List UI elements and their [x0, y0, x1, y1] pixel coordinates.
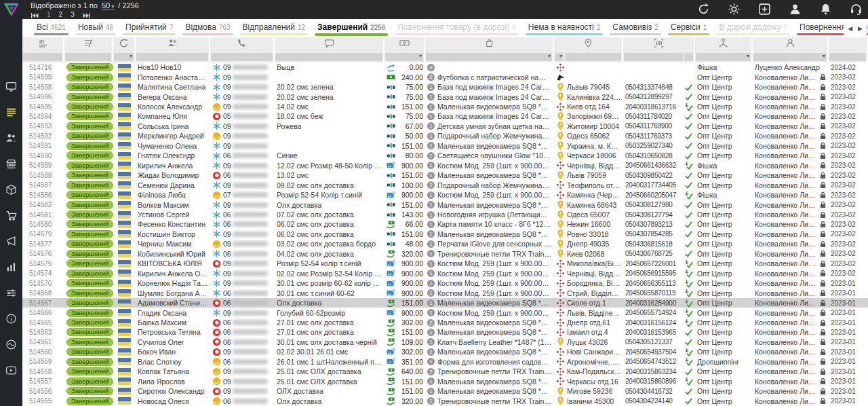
- cell-product[interactable]: 1Костюм Мод. 259 (1шт. x 900.00…: [425, 288, 554, 297]
- cell-payment[interactable]: 67.00: [384, 122, 425, 131]
- cell-name[interactable]: Фесенко Константин: [136, 219, 210, 229]
- cell-manager[interactable]: Опт Центр: [695, 131, 753, 141]
- cell-source[interactable]: [113, 337, 136, 347]
- cell-comment[interactable]: 20.02 смс зелена: [275, 92, 384, 101]
- cell-manager[interactable]: Опт Центр: [695, 278, 753, 288]
- cell-date[interactable]: 2023-01: [829, 347, 868, 356]
- cell-manager[interactable]: Опт Центр: [695, 229, 753, 239]
- cell-tracking[interactable]: 20450654937504: [623, 347, 695, 356]
- column-header-tracking[interactable]: [623, 37, 695, 52]
- cell-date[interactable]: 2023-02: [829, 259, 868, 268]
- order-row-514598[interactable]: 514598ЗавершенийМалютина Светлана0920.02…: [22, 82, 868, 92]
- cell-product[interactable]: 1Тренировочные петли TRX Train…: [425, 249, 554, 259]
- order-row-514567[interactable]: 514567ЗавершенийАдамовский Станис…06Олх …: [22, 298, 868, 308]
- cell-status[interactable]: Завершений: [64, 161, 113, 170]
- cell-client[interactable]: Коноваленко Ли…: [753, 327, 829, 337]
- cell-phone[interactable]: 09: [210, 367, 275, 376]
- cell-name[interactable]: Корнелюк Надія Та…: [136, 278, 210, 288]
- cell-id[interactable]: 514561: [22, 337, 64, 347]
- cell-comment[interactable]: 30.01 смс олх доставка черній: [275, 337, 384, 347]
- cell-client[interactable]: Коноваленко Ли…: [753, 131, 829, 141]
- cell-phone[interactable]: 09: [210, 259, 275, 268]
- cell-product[interactable]: 1Маленькая видеокамера SQ8 *…: [425, 229, 554, 239]
- cell-client[interactable]: Коноваленко Ли…: [753, 111, 829, 121]
- cell-payment[interactable]: 900.00: [384, 269, 425, 278]
- cell-name[interactable]: Лила Ярослав: [136, 377, 210, 386]
- cell-id[interactable]: 514558: [22, 367, 64, 376]
- cell-city[interactable]: Чернівці, Відділ…: [554, 269, 623, 278]
- tabs-scroll-right-icon[interactable]: ▶: [858, 25, 863, 32]
- cell-tracking[interactable]: 0504309850422: [623, 170, 695, 180]
- cell-manager[interactable]: Фішка: [695, 62, 753, 72]
- cell-status[interactable]: Завершений: [64, 308, 113, 317]
- cell-phone[interactable]: 06: [210, 298, 275, 308]
- cell-source[interactable]: [113, 122, 136, 131]
- cell-phone[interactable]: 06: [210, 357, 275, 367]
- cell-tracking[interactable]: 20450654743512: [623, 357, 695, 367]
- cell-product[interactable]: 2Маленькая видеокамера SQ8 *…: [425, 318, 554, 327]
- cell-status[interactable]: Завершений: [64, 122, 113, 131]
- cell-date[interactable]: 2023-02: [829, 219, 868, 229]
- cell-date[interactable]: 2023-02: [829, 111, 868, 121]
- order-row-514563[interactable]: 514563ЗавершенийПетровська Тетяна0627.01…: [22, 327, 868, 337]
- cell-source[interactable]: [113, 72, 136, 81]
- cell-tracking[interactable]: 20400318613716: [623, 102, 695, 111]
- cell-source[interactable]: [113, 357, 136, 367]
- cell-tracking[interactable]: 0504313374848: [623, 82, 695, 92]
- cell-city[interactable]: Украина, м. Кар…: [554, 141, 623, 151]
- cell-city[interactable]: Одеса 65007: [554, 210, 623, 219]
- cell-source[interactable]: [113, 180, 136, 189]
- cell-product[interactable]: 1Маленькая видеокамера SQ8 *…: [425, 386, 554, 396]
- cell-manager[interactable]: Опт Центр: [695, 367, 753, 376]
- cell-comment[interactable]: 25.01 смс ОЛХ доставка: [275, 377, 384, 386]
- order-row-514565[interactable]: 514565ЗавершенийБаюка Максим0627.01 смс …: [22, 318, 868, 327]
- order-row-514581[interactable]: 514581ЗавершенийУстинов Сергей0607.02 см…: [22, 210, 868, 219]
- cell-source[interactable]: [113, 318, 136, 327]
- app-logo[interactable]: [3, 1, 20, 18]
- filter-manager[interactable]: ▾: [696, 53, 751, 61]
- filter-payment[interactable]: ▾: [385, 53, 423, 61]
- cell-comment[interactable]: 26.01 смс 1 штНаложенный п…: [275, 357, 384, 367]
- cell-payment[interactable]: 900.00: [384, 259, 425, 268]
- cell-payment[interactable]: 151.00: [384, 298, 425, 308]
- cell-id[interactable]: 514581: [22, 210, 64, 219]
- cell-client[interactable]: Коноваленко Ли…: [753, 122, 829, 131]
- cell-date[interactable]: 2023-02: [829, 82, 868, 92]
- cell-client[interactable]: Коноваленко Ли…: [753, 141, 829, 151]
- cell-city[interactable]: Калинівка 22400: [554, 92, 623, 101]
- cell-tracking[interactable]: [623, 72, 695, 81]
- cell-date[interactable]: 2023-02: [829, 249, 868, 259]
- cell-id[interactable]: 514588: [22, 170, 64, 180]
- cell-manager[interactable]: Опт Центр: [695, 170, 753, 180]
- cell-city[interactable]: Теофиполь отд.1: [554, 180, 623, 189]
- cell-date[interactable]: 2023-02: [829, 200, 868, 209]
- cell-city[interactable]: Днепр отд.61: [554, 318, 623, 327]
- last-page-button[interactable]: [83, 10, 91, 18]
- cell-product[interactable]: 1Костюм Мод. 259 (1шт. x 900.00…: [425, 259, 554, 268]
- cell-payment[interactable]: 0.00: [384, 62, 425, 72]
- notifications-bell-icon[interactable]: [819, 3, 832, 16]
- cell-source[interactable]: [113, 396, 136, 405]
- cell-phone[interactable]: 09: [210, 102, 275, 111]
- cell-manager[interactable]: Опт Центр: [695, 347, 753, 356]
- cell-client[interactable]: Коноваленко Ли…: [753, 347, 829, 356]
- cell-name[interactable]: Мерклингер Андрей: [136, 131, 210, 141]
- cell-manager[interactable]: Опт Центр: [695, 82, 753, 92]
- cell-tracking[interactable]: 0504306768725: [623, 249, 695, 259]
- cell-tracking[interactable]: [623, 62, 695, 72]
- filter-name[interactable]: [136, 53, 208, 61]
- order-row-514599[interactable]: 514599ЗавершенийПотапенко Анастас…09240.…: [22, 72, 868, 81]
- cell-product[interactable]: 0: [425, 62, 554, 72]
- cell-phone[interactable]: 06: [210, 170, 275, 180]
- cell-status[interactable]: Завершений: [64, 367, 113, 376]
- column-header-id[interactable]: ID: [22, 37, 64, 52]
- order-row-514558[interactable]: 514558ЗавершенийКовпак Татьяна0925.01 см…: [22, 367, 868, 376]
- cell-id[interactable]: 514594: [22, 111, 64, 121]
- cell-status[interactable]: Завершений: [64, 269, 113, 278]
- cell-payment[interactable]: 109.00: [384, 337, 425, 347]
- cell-comment[interactable]: 02.02 смс Розмір 52-54 Колір …: [275, 269, 384, 278]
- cell-tracking[interactable]: 20450661436632: [623, 161, 695, 170]
- cell-date[interactable]: 2023-02: [829, 180, 868, 189]
- cell-client[interactable]: Коноваленко Ли…: [753, 82, 829, 92]
- cell-status[interactable]: Завершений: [64, 347, 113, 356]
